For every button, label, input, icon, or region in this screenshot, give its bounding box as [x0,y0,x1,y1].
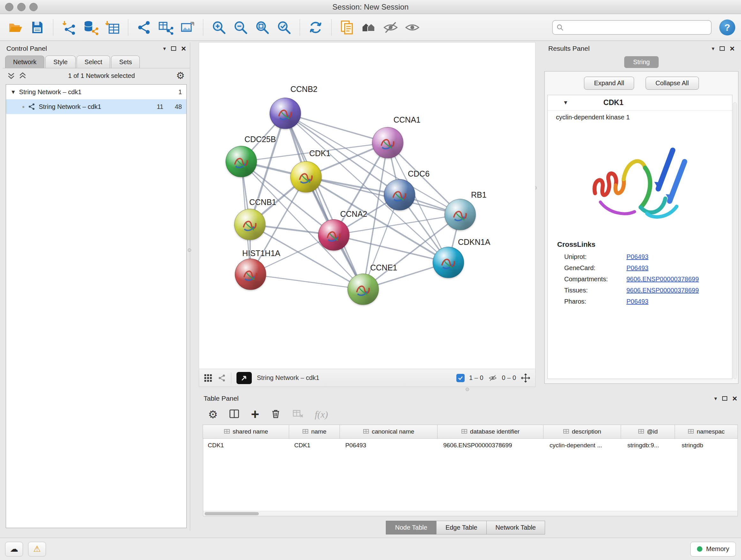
show-all-button[interactable] [402,17,422,37]
gene-section-header[interactable]: ▼ CDK1 [548,95,732,111]
network-collection-row[interactable]: ▼ String Network – cdk1 1 [6,84,186,99]
network-row[interactable]: ● String Network – cdk1 11 48 [6,99,186,114]
network-node-CCNA2[interactable] [318,219,349,251]
tab-select[interactable]: Select [77,56,111,68]
hide-unhide-button[interactable] [381,17,401,37]
warnings-button[interactable]: ⚠ [28,542,46,557]
protein-structure-image [583,127,697,233]
column-header-description[interactable]: description [543,425,621,439]
protein-motif-icon [295,167,316,188]
network-view: CCNB2CCNA1CDC25BCDK1CDC6RB1CCNB1CCNA2CDK… [199,42,536,387]
tab-network-table[interactable]: Network Table [486,521,545,535]
crosslink-genecard-link[interactable]: P06493 [626,264,649,272]
export-image-button[interactable] [178,17,197,37]
function-builder-button[interactable]: f(x) [315,409,328,420]
protein-motif-icon [230,151,252,172]
show-columns-button[interactable] [228,408,240,421]
column-header-database-identifier[interactable]: database identifier [437,425,543,439]
tab-style[interactable]: Style [45,56,75,68]
column-header-id[interactable]: @id [621,425,675,439]
delete-column-button[interactable] [270,408,281,421]
zoom-selected-button[interactable] [274,17,294,37]
tab-edge-table[interactable]: Edge Table [436,521,487,535]
import-table-button[interactable] [103,17,122,37]
scrollbar-thumb[interactable] [205,512,259,515]
panel-close-icon[interactable]: × [181,44,186,53]
import-network-database-button[interactable] [81,17,100,37]
network-from-table-button[interactable] [156,17,176,37]
panel-close-icon[interactable]: × [732,394,737,402]
crosslink-pharos-link[interactable]: P06493 [626,298,649,305]
crosslink-label: Uniprot: [564,253,626,260]
memory-status-dot-icon [697,546,702,552]
pan-move-icon[interactable] [521,373,531,383]
panel-float-icon[interactable] [720,46,725,51]
table-settings-gear-icon[interactable]: ⚙ [208,409,218,420]
open-session-button[interactable] [6,17,25,37]
network-canvas[interactable]: CCNB2CCNA1CDC25BCDK1CDC6RB1CCNB1CCNA2CDK… [199,42,536,369]
create-column-button[interactable]: + [251,409,259,420]
new-network-button[interactable] [134,17,154,37]
table-horizontal-scrollbar[interactable] [203,511,738,516]
network-overview-button[interactable] [359,17,379,37]
results-scrollbar[interactable] [733,102,737,379]
crosslink-uniprot-link[interactable]: P06493 [626,253,649,260]
network-node-CCNB2[interactable] [270,98,301,129]
search-input[interactable] [567,23,707,31]
horizontal-splitter-handle[interactable] [466,388,469,391]
annotations-button[interactable] [337,17,357,37]
tab-node-table[interactable]: Node Table [386,521,436,535]
network-node-CDC6[interactable] [384,179,415,210]
birdseye-view-button[interactable] [237,372,252,384]
toolbar-separator [53,19,53,36]
memory-button[interactable]: Memory [690,542,736,557]
panel-menu-icon[interactable]: ▾ [712,46,715,51]
network-node-RB1[interactable] [445,199,476,230]
node-label-RB1: RB1 [471,190,487,199]
panel-menu-icon[interactable]: ▾ [714,396,717,401]
horizontal-splitter[interactable] [190,387,741,392]
cloud-status-button[interactable]: ☁ [5,542,23,557]
column-header-canonical-name[interactable]: canonical name [340,425,437,439]
network-node-CDKN1A[interactable] [433,247,464,278]
grid-view-icon[interactable] [204,374,212,382]
collapse-all-icon[interactable] [7,71,15,80]
collapse-all-button[interactable]: Collapse All [646,77,699,90]
network-node-HIST1H1A[interactable] [235,259,266,290]
tab-network[interactable]: Network [5,56,44,68]
apply-layout-button[interactable] [306,17,326,37]
panel-menu-icon[interactable]: ▾ [163,46,166,51]
vertical-splitter-handle[interactable] [188,248,191,252]
panel-float-icon[interactable] [722,396,727,401]
tab-sets[interactable]: Sets [111,56,140,68]
share-view-icon[interactable] [218,374,226,382]
delete-table-button[interactable] [292,408,304,421]
network-node-CCNB1[interactable] [234,209,266,240]
import-network-file-button[interactable] [59,17,79,37]
table-row[interactable]: CDK1 CDK1 P06493 9606.ENSP00000378699 cy… [203,439,738,451]
network-node-CDC25B[interactable] [226,146,257,177]
zoom-in-button[interactable] [209,17,229,37]
expand-all-button[interactable]: Expand All [584,77,634,90]
expand-all-icon[interactable] [18,71,27,80]
column-header-namespace[interactable]: namespac [675,425,738,439]
panel-float-icon[interactable] [171,46,176,51]
panel-close-icon[interactable]: × [730,44,735,53]
string-tab[interactable]: String [624,56,659,68]
crosslink-compartments-link[interactable]: 9606.ENSP00000378699 [626,275,699,283]
network-node-CCNE1[interactable] [347,273,379,305]
gene-caret-icon[interactable]: ▼ [563,100,568,105]
zoom-fit-button[interactable] [253,17,272,37]
column-header-name[interactable]: name [289,425,340,439]
gear-icon[interactable]: ⚙ [176,71,185,80]
tree-caret-icon[interactable]: ▼ [10,89,16,95]
help-button[interactable]: ? [719,19,735,36]
crosslink-tissues-link[interactable]: 9606.ENSP00000378699 [626,287,699,294]
network-node-CDK1[interactable] [290,161,322,192]
zoom-out-button[interactable] [231,17,251,37]
save-session-button[interactable] [27,17,47,37]
selected-checkbox-icon[interactable] [456,374,465,382]
column-header-shared-name[interactable]: shared name [203,425,289,439]
network-node-CCNA1[interactable] [372,127,403,159]
collection-network-count: 1 [166,88,182,96]
